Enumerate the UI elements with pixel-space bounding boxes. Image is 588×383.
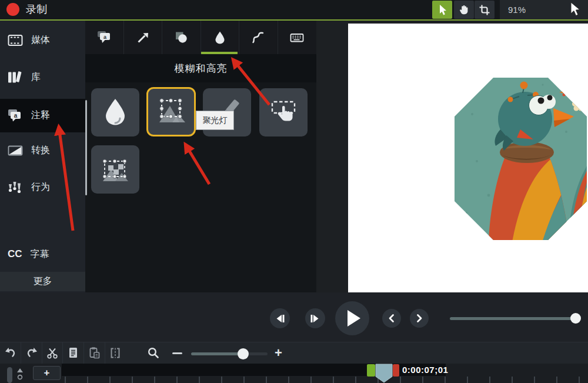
magnifier-icon bbox=[147, 347, 160, 359]
sidebar: 媒体 库 a 注释 bbox=[0, 21, 85, 292]
ruler-tick bbox=[132, 377, 133, 383]
cc-icon: CC bbox=[8, 248, 22, 260]
seek-slider-track[interactable] bbox=[450, 317, 572, 320]
video-stage[interactable] bbox=[348, 24, 588, 292]
copy-document-icon bbox=[67, 347, 79, 359]
undo-button[interactable] bbox=[0, 342, 21, 364]
timecode: 0:00:07;01 bbox=[402, 365, 448, 375]
squiggle-icon bbox=[251, 31, 265, 45]
playhead-in-handle[interactable] bbox=[367, 364, 375, 377]
canvas-area bbox=[316, 21, 588, 292]
timeline-zoom-knob[interactable] bbox=[238, 348, 249, 359]
zoom-in-button[interactable]: + bbox=[275, 347, 282, 359]
ruler-tick bbox=[109, 377, 111, 383]
spotlight-tool-button[interactable] bbox=[146, 87, 196, 136]
canvas-zoom-level: 91% bbox=[508, 5, 526, 15]
ruler-tick bbox=[534, 377, 535, 383]
paste-button[interactable] bbox=[84, 342, 105, 364]
redo-icon bbox=[25, 347, 38, 359]
ruler-tick bbox=[199, 377, 200, 383]
sidebar-item-transitions[interactable]: 转换 bbox=[0, 137, 85, 163]
sidebar-item-media[interactable]: 媒体 bbox=[0, 27, 85, 53]
more-label: 更多 bbox=[34, 275, 52, 288]
play-icon bbox=[347, 309, 361, 327]
pixelate-icon bbox=[100, 154, 131, 185]
ruler-tick bbox=[221, 377, 222, 383]
shapes-icon bbox=[174, 31, 188, 45]
cut-button[interactable] bbox=[42, 342, 63, 364]
sidebar-item-label: 字幕 bbox=[31, 248, 49, 261]
sidebar-item-captions[interactable]: CC 字幕 bbox=[0, 241, 85, 267]
sidebar-item-label: 媒体 bbox=[31, 34, 50, 46]
timeline-zoom-button[interactable] bbox=[147, 347, 160, 362]
sidebar-item-library[interactable]: 库 bbox=[0, 64, 85, 90]
annotation-tab-bar: a bbox=[85, 21, 316, 54]
ruler-tick bbox=[288, 377, 289, 383]
sidebar-item-annotations[interactable]: a 注释 bbox=[0, 99, 85, 132]
play-button[interactable] bbox=[335, 301, 369, 335]
timeline-zoom-track-filled[interactable] bbox=[191, 352, 243, 355]
tab-arrows[interactable] bbox=[124, 21, 163, 54]
crop-tool-button[interactable] bbox=[475, 1, 495, 19]
tab-sketch-motion[interactable] bbox=[239, 21, 278, 54]
record-icon[interactable] bbox=[6, 3, 19, 16]
add-track-button[interactable]: + bbox=[33, 366, 61, 380]
ruler-tick bbox=[400, 377, 401, 383]
zoom-out-button[interactable] bbox=[172, 352, 182, 354]
books-icon bbox=[8, 71, 23, 84]
playhead[interactable] bbox=[375, 364, 393, 383]
seek-slider-knob[interactable] bbox=[570, 313, 581, 324]
tab-callouts[interactable]: a bbox=[85, 21, 124, 54]
panel-scrollbar[interactable] bbox=[85, 100, 87, 195]
timeline-ruler[interactable]: + 0:00:07;01 bbox=[0, 364, 588, 383]
spotlight-icon bbox=[156, 96, 186, 127]
ruler-tick bbox=[266, 377, 267, 383]
record-button[interactable]: 录制 bbox=[26, 2, 47, 16]
paste-clipboard-icon bbox=[88, 347, 101, 359]
playhead-out-handle[interactable] bbox=[393, 364, 399, 377]
pan-tool-button[interactable] bbox=[454, 1, 474, 19]
tab-keystrokes[interactable] bbox=[278, 21, 317, 54]
jump-back-button[interactable] bbox=[382, 309, 401, 328]
sidebar-item-label: 注释 bbox=[31, 109, 50, 122]
ruler-tick bbox=[489, 377, 490, 383]
crop-icon bbox=[479, 4, 490, 16]
split-button[interactable] bbox=[105, 342, 126, 364]
ruler-tick bbox=[333, 377, 334, 383]
tab-shapes[interactable] bbox=[162, 21, 201, 54]
annotation-bubble-icon: a bbox=[8, 109, 23, 122]
bird-illustration bbox=[455, 78, 587, 240]
next-frame-icon bbox=[309, 313, 321, 324]
track-scroll-handle[interactable] bbox=[7, 367, 12, 383]
previous-frame-button[interactable] bbox=[270, 308, 290, 328]
camtasia-window: 录制 91% 媒体 bbox=[0, 0, 588, 383]
copy-button[interactable] bbox=[63, 342, 84, 364]
film-strip-icon bbox=[8, 34, 23, 46]
ruler-tick bbox=[422, 377, 423, 383]
sidebar-item-label: 转换 bbox=[31, 144, 50, 156]
bird-media-clip[interactable] bbox=[455, 78, 587, 240]
pixelate-tool-button[interactable] bbox=[91, 145, 139, 194]
sidebar-item-label: 行为 bbox=[31, 181, 50, 194]
sidebar-more-button[interactable]: 更多 bbox=[0, 272, 85, 291]
tab-blur-highlight[interactable] bbox=[201, 21, 240, 54]
ruler-tick bbox=[445, 377, 446, 383]
next-frame-button[interactable] bbox=[305, 308, 325, 328]
sidebar-item-label: 库 bbox=[31, 71, 41, 84]
redo-button[interactable] bbox=[21, 342, 42, 364]
chevron-right-icon bbox=[415, 313, 424, 324]
sidebar-item-behaviors[interactable]: 行为 bbox=[0, 174, 85, 200]
jump-forward-button[interactable] bbox=[410, 309, 429, 328]
blur-drop-icon bbox=[100, 97, 131, 128]
scissors-icon bbox=[46, 347, 58, 359]
track-resize-control[interactable] bbox=[16, 368, 24, 382]
interactive-hotspot-tool-button[interactable] bbox=[259, 88, 308, 136]
chevron-left-icon bbox=[387, 313, 396, 324]
keyboard-icon bbox=[290, 31, 304, 45]
ruler-tick bbox=[467, 377, 468, 383]
selection-tool-button[interactable] bbox=[432, 1, 452, 19]
ruler-tick bbox=[243, 377, 245, 383]
canvas-zoom-region[interactable]: 91% bbox=[500, 0, 588, 19]
blur-tool-button[interactable] bbox=[91, 88, 139, 136]
hotspot-hand-icon bbox=[268, 97, 299, 128]
